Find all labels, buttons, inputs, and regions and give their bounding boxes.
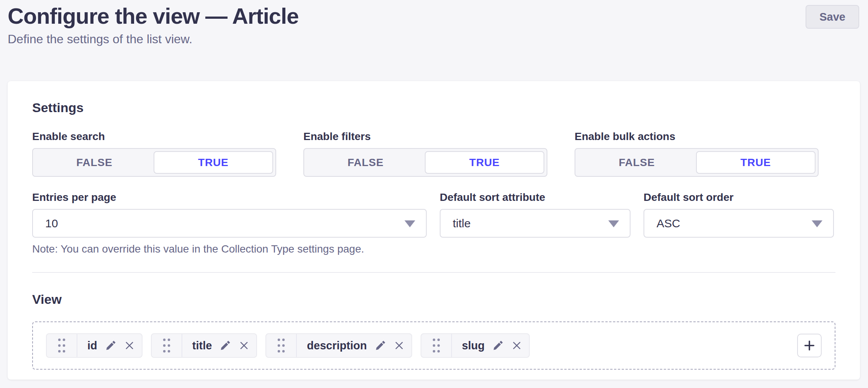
toggles-row: Enable search FALSE TRUE Enable filters … xyxy=(32,130,835,177)
field-chip-label: slug xyxy=(462,339,485,352)
remove-field-button[interactable] xyxy=(511,340,522,351)
page-title: Configure the view — Article xyxy=(8,4,859,28)
selects-row: Entries per page 10 Note: You can overri… xyxy=(32,191,835,255)
drag-handle[interactable] xyxy=(152,334,182,357)
field-chip-id: id xyxy=(46,333,142,358)
close-icon xyxy=(511,340,522,351)
edit-field-button[interactable] xyxy=(375,340,386,351)
enable-bulk-actions-label: Enable bulk actions xyxy=(575,130,819,143)
caret-down-icon xyxy=(405,220,415,227)
enable-bulk-actions-true-option[interactable]: TRUE xyxy=(696,151,816,174)
remove-field-button[interactable] xyxy=(239,340,249,351)
enable-search-false-option[interactable]: FALSE xyxy=(35,151,154,174)
enable-search-field: Enable search FALSE TRUE xyxy=(32,130,276,177)
enable-search-toggle: FALSE TRUE xyxy=(32,148,276,177)
pencil-icon xyxy=(219,340,231,351)
save-button[interactable]: Save xyxy=(806,5,859,29)
remove-field-button[interactable] xyxy=(124,340,135,351)
close-icon xyxy=(239,340,249,351)
pencil-icon xyxy=(492,340,504,351)
field-drop-zone: id xyxy=(32,321,835,370)
enable-bulk-actions-false-option[interactable]: FALSE xyxy=(578,151,696,174)
drag-handle-icon xyxy=(432,337,440,354)
enable-filters-label: Enable filters xyxy=(303,130,547,143)
drag-handle[interactable] xyxy=(266,334,297,357)
field-chip-slug: slug xyxy=(421,333,530,358)
caret-down-icon xyxy=(812,220,822,227)
caret-down-icon xyxy=(608,220,619,227)
enable-filters-true-option[interactable]: TRUE xyxy=(425,151,545,174)
enable-bulk-actions-toggle: FALSE TRUE xyxy=(575,148,819,177)
view-section-title: View xyxy=(32,292,835,307)
edit-field-button[interactable] xyxy=(219,340,231,351)
default-sort-order-value: ASC xyxy=(657,217,680,230)
enable-filters-field: Enable filters FALSE TRUE xyxy=(303,130,547,177)
pencil-icon xyxy=(105,340,116,351)
plus-icon xyxy=(802,339,816,352)
field-chip-list: id xyxy=(46,333,530,358)
field-chip-label: title xyxy=(192,339,212,352)
default-sort-attribute-label: Default sort attribute xyxy=(440,191,631,204)
add-field-button[interactable] xyxy=(797,334,822,357)
field-chip-label: description xyxy=(307,339,367,352)
entries-per-page-select[interactable]: 10 xyxy=(32,209,427,238)
field-chip-label: id xyxy=(87,339,97,352)
remove-field-button[interactable] xyxy=(394,340,405,351)
default-sort-order-field: Default sort order ASC xyxy=(644,191,834,255)
settings-section-title: Settings xyxy=(32,100,835,115)
enable-search-true-option[interactable]: TRUE xyxy=(154,151,274,174)
field-chip-description: description xyxy=(265,333,412,358)
drag-handle[interactable] xyxy=(47,334,77,357)
default-sort-attribute-select[interactable]: title xyxy=(440,209,631,238)
enable-search-label: Enable search xyxy=(32,130,276,143)
close-icon xyxy=(124,340,135,351)
entries-per-page-field: Entries per page 10 Note: You can overri… xyxy=(32,191,427,255)
enable-bulk-actions-field: Enable bulk actions FALSE TRUE xyxy=(575,130,819,177)
default-sort-attribute-field: Default sort attribute title xyxy=(440,191,631,255)
close-icon xyxy=(394,340,405,351)
default-sort-attribute-value: title xyxy=(453,217,471,230)
enable-filters-toggle: FALSE TRUE xyxy=(303,148,547,177)
page-header: Configure the view — Article Define the … xyxy=(8,4,859,46)
settings-card: Settings Enable search FALSE TRUE Enable… xyxy=(8,81,860,380)
drag-handle-icon xyxy=(163,337,170,354)
edit-field-button[interactable] xyxy=(105,340,116,351)
field-chip-title: title xyxy=(151,333,257,358)
drag-handle[interactable] xyxy=(421,334,452,357)
drag-handle-icon xyxy=(277,337,285,354)
page-subtitle: Define the settings of the list view. xyxy=(8,32,859,46)
entries-per-page-value: 10 xyxy=(45,217,58,230)
default-sort-order-select[interactable]: ASC xyxy=(644,209,834,238)
entries-per-page-note: Note: You can override this value in the… xyxy=(32,243,427,255)
enable-filters-false-option[interactable]: FALSE xyxy=(306,151,425,174)
pencil-icon xyxy=(375,340,386,351)
entries-per-page-label: Entries per page xyxy=(32,191,427,204)
section-divider xyxy=(32,272,835,273)
drag-handle-icon xyxy=(58,337,66,354)
edit-field-button[interactable] xyxy=(492,340,504,351)
default-sort-order-label: Default sort order xyxy=(644,191,834,204)
